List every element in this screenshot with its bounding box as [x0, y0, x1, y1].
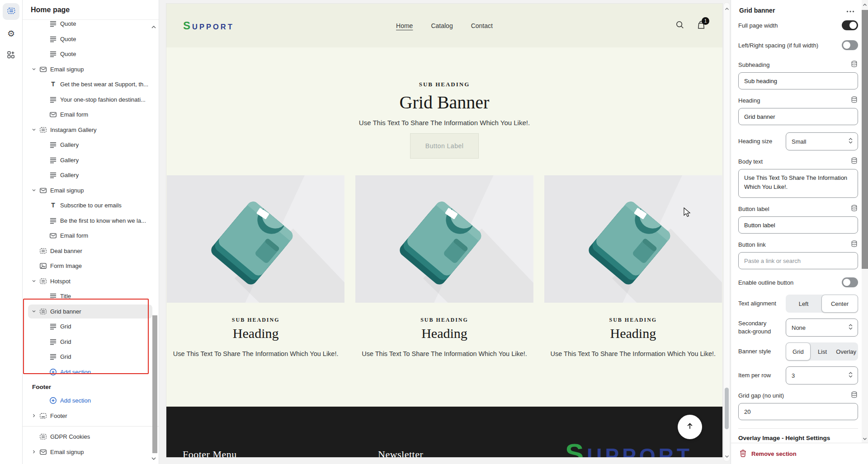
text-alignment-option-center[interactable]: Center [821, 295, 858, 313]
tree-row-get-the-best-wear-at-support-th[interactable]: TGet the best wear at Support, th... [23, 77, 159, 92]
tree-row-label: Gallery [60, 157, 79, 164]
tree-row-deal-banner[interactable]: Deal banner [23, 244, 159, 259]
tree-row-footer[interactable]: Footer [23, 408, 159, 424]
tree-row-grid[interactable]: Grid [23, 319, 159, 334]
row-background [28, 138, 152, 152]
chevron-right-icon[interactable] [30, 413, 38, 418]
theme-settings-rail-button[interactable]: ⚙ [3, 25, 19, 42]
sidebar-scrollbar-thumb[interactable] [152, 315, 157, 453]
tree-row-label: Title [60, 293, 71, 300]
dynamic-source-icon[interactable] [850, 157, 858, 166]
text-alignment-option-left[interactable]: Left [786, 295, 821, 313]
search-icon[interactable] [675, 20, 684, 31]
tree-row-be-the-first-to-know-when-we-la[interactable]: Be the first to know when we la... [23, 213, 159, 229]
tree-row-label: Quote [60, 51, 76, 57]
grid-card-3[interactable]: SUB HEADINGHeadingUse This Text To Share… [544, 175, 722, 357]
nav-link-catalog[interactable]: Catalog [431, 22, 453, 29]
apps-rail-button[interactable] [3, 47, 19, 64]
secondary-background-select[interactable]: None [786, 319, 858, 337]
store-header-icons: 1 [675, 20, 706, 32]
tree-row-label: Subscribe to our emails [60, 202, 122, 209]
dynamic-source-icon[interactable] [850, 60, 858, 69]
sidebar-scroll-up-icon[interactable] [151, 23, 156, 31]
tree-row-email-signup[interactable]: Email signup [23, 445, 159, 460]
hero-button[interactable]: Button Label [410, 133, 479, 159]
dynamic-source-icon[interactable] [850, 240, 858, 249]
button-link-input[interactable] [738, 252, 858, 269]
section-icon [39, 277, 47, 285]
banner-style-option-list[interactable]: List [811, 342, 835, 361]
tree-row-quote[interactable]: Quote [23, 20, 159, 32]
enable-outline-toggle[interactable] [842, 277, 858, 287]
add-section-button[interactable]: Add section [23, 365, 159, 380]
store-logo[interactable]: SUPPORT [183, 19, 234, 32]
more-options-icon[interactable] [846, 7, 854, 14]
chevron-down-icon[interactable] [30, 127, 38, 132]
tree-row-grid[interactable]: Grid [23, 349, 159, 365]
preview-scrollbar-thumb[interactable] [725, 388, 729, 429]
email-icon [39, 187, 47, 194]
body-text-input[interactable]: Use This Text To Share The Information W… [738, 169, 858, 198]
dynamic-source-icon[interactable] [850, 96, 858, 105]
settings-scroll-up-icon[interactable] [862, 1, 868, 8]
full-page-width-toggle[interactable] [842, 20, 858, 30]
tree-row-quote[interactable]: Quote [23, 47, 159, 62]
chevron-down-icon[interactable] [30, 66, 38, 72]
trash-icon [739, 449, 747, 459]
chevron-down-icon[interactable] [30, 309, 38, 314]
tree-row-gdpr-cookies[interactable]: GDPR Cookies [23, 429, 159, 445]
lr-spacing-toggle[interactable] [842, 40, 858, 50]
item-per-row-select[interactable]: 3 [786, 366, 858, 384]
sidebar-scroll-down-icon[interactable] [151, 454, 156, 462]
tree-row-email-signup[interactable]: Email signup [23, 183, 159, 198]
chevron-down-icon[interactable] [30, 187, 38, 193]
preview-scrollbar[interactable] [723, 2, 730, 462]
chevron-down-icon[interactable] [30, 278, 38, 284]
settings-scrollbar[interactable] [862, 0, 868, 443]
heading-size-select[interactable]: Small [786, 132, 858, 150]
tree-row-title[interactable]: Title [23, 289, 159, 304]
tree-row-gallery[interactable]: Gallery [23, 137, 159, 153]
dynamic-source-icon[interactable] [850, 204, 858, 213]
tree-row-instagram-gallery[interactable]: Instagram Gallery [23, 122, 159, 138]
subheading-input[interactable] [738, 72, 858, 89]
tree-row-gallery[interactable]: Gallery [23, 153, 159, 168]
card-subheading: SUB HEADING [544, 317, 722, 323]
cart-icon[interactable]: 1 [696, 20, 706, 32]
folded-tshirt-image [355, 175, 533, 303]
heading-input[interactable] [738, 108, 858, 125]
settings-scrollbar-thumb[interactable] [862, 10, 868, 269]
tree-row-gallery[interactable]: Gallery [23, 168, 159, 183]
tree-row-email-form[interactable]: Email form [23, 228, 159, 244]
remove-section-button[interactable]: Remove section [731, 443, 868, 464]
tree-row-email-signup[interactable]: Email signup [23, 62, 159, 77]
tree-row-form-image[interactable]: Form Image [23, 258, 159, 274]
grid-card-2[interactable]: SUB HEADINGHeadingUse This Text To Share… [355, 175, 533, 357]
settings-scroll-down-icon[interactable] [862, 435, 868, 442]
button-label-input[interactable] [738, 216, 858, 234]
nav-link-contact[interactable]: Contact [471, 22, 493, 29]
stepper-icon [848, 371, 853, 380]
preview-scroll-down-icon[interactable] [724, 452, 730, 460]
grid-gap-input[interactable] [738, 403, 858, 420]
row-background [28, 108, 152, 122]
chevron-right-icon[interactable] [30, 449, 38, 455]
tree-row-subscribe-to-our-emails[interactable]: TSubscribe to our emails [23, 198, 159, 213]
tree-row-label: GDPR Cookies [50, 433, 90, 440]
tree-row-grid-banner[interactable]: Grid banner [23, 304, 159, 319]
tree-row-email-form[interactable]: Email form [23, 107, 159, 122]
grid-card-1[interactable]: SUB HEADINGHeadingUse This Text To Share… [167, 175, 344, 357]
tree-row-label: Email form [60, 111, 88, 118]
add-section-button[interactable]: Add section [23, 393, 159, 408]
tree-row-quote[interactable]: Quote [23, 32, 159, 47]
sections-rail-button[interactable] [3, 3, 19, 20]
tree-row-your-one-stop-fashion-destinati[interactable]: Your one-stop fashion destinati... [23, 92, 159, 108]
nav-link-home[interactable]: Home [396, 22, 413, 29]
banner-style-option-grid[interactable]: Grid [786, 342, 811, 361]
preview-scroll-up-icon[interactable] [724, 4, 730, 12]
dynamic-source-icon[interactable] [850, 391, 858, 400]
banner-style-option-overlay[interactable]: Overlay [834, 342, 858, 361]
scroll-to-top-button[interactable] [678, 415, 702, 439]
tree-row-hotspot[interactable]: Hotspot [23, 274, 159, 289]
tree-row-grid[interactable]: Grid [23, 334, 159, 350]
